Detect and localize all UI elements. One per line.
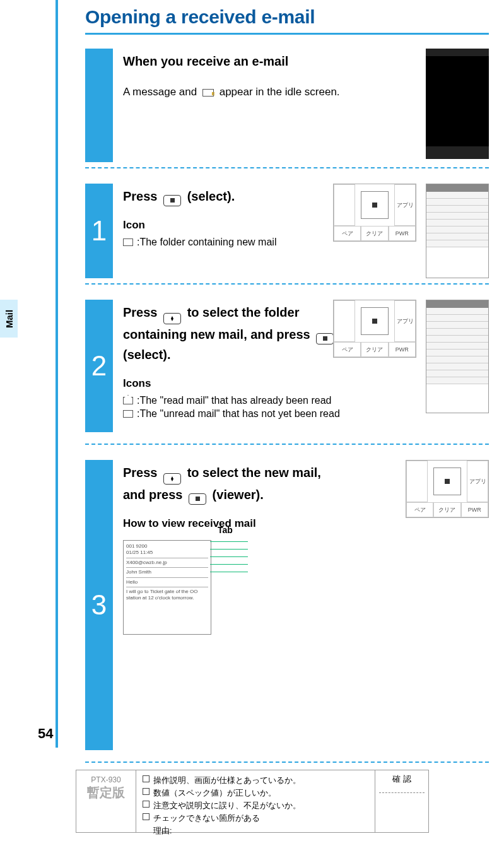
read-mail-text: :The "read mail" that has already been r…: [137, 395, 331, 406]
keypad-illustration-2: アプリ ペア クリア PWR: [333, 300, 416, 358]
keypad3-tr: アプリ: [467, 461, 488, 502]
step3-subheading: How to view received mail: [123, 517, 489, 530]
select-key-icon-2: [316, 333, 334, 344]
select-key-icon-3: [189, 493, 206, 505]
intro-section: When you receive an e-mail A message and…: [85, 49, 489, 168]
review-model-cell: PTX-930 暫定版: [76, 770, 136, 832]
step-number-2: 2: [85, 300, 113, 432]
check-text-1: 数値（スペック値）が正しいか。: [153, 787, 276, 799]
keypad-top-left: [334, 184, 355, 226]
page-title: Opening a received e-mail: [85, 6, 489, 28]
folder-new-mail-text: :The folder containing new mail: [137, 237, 276, 248]
review-box: PTX-930 暫定版 操作説明、画面が仕様とあっているか。 数値（スペック値）…: [76, 770, 429, 833]
keypad3-center: [428, 461, 467, 502]
callout-label: Tab: [218, 525, 233, 535]
check-item-0: 操作説明、画面が仕様とあっているか。: [143, 774, 368, 787]
keypad-bottom-right: PWR: [389, 226, 416, 241]
check-item-1: 数値（スペック値）が正しいか。: [143, 787, 368, 799]
checkbox-icon[interactable]: [143, 788, 149, 795]
idle-screen-shot: [426, 49, 489, 159]
keypad3-bl: ペア: [406, 502, 433, 517]
mail-preview-body: I will go to Ticket gate of the OO stati…: [126, 589, 208, 602]
page-number: 54: [38, 726, 53, 742]
step2-prefix: Press: [123, 305, 158, 319]
step1-prefix: Press: [123, 189, 158, 203]
mail-preview-line0: 001 9200: [126, 543, 208, 550]
mail-preview-line2: X400@cwzb.ne.jp: [126, 560, 208, 566]
step2-suffix: (select).: [123, 348, 171, 362]
folder-new-mail-icon: [123, 238, 133, 246]
check-text-3: チェックできない箇所がある: [153, 812, 260, 825]
step-3: 3 Press ▲▼ to select the new mail, and p…: [85, 460, 489, 763]
updown-key-icon-2: ▲▼: [163, 473, 181, 485]
read-mail-icon: [123, 397, 133, 404]
keypad-bottom-center: クリア: [361, 226, 388, 241]
keypad3-bc: クリア: [433, 502, 460, 517]
keypad2-bc: クリア: [361, 342, 388, 357]
confirm-label: 確 認: [379, 774, 425, 785]
left-rule: [56, 0, 58, 748]
unread-mail-icon: [123, 410, 133, 418]
unread-mail-text: :The "unread mail" that has not yet been…: [137, 408, 340, 420]
intro-text-suffix: appear in the idle screen.: [220, 86, 340, 98]
keypad-top-right: アプリ: [394, 184, 416, 226]
review-confirm-cell: 確 認: [375, 770, 428, 832]
mail-preview: 001 9200 01/25 11:45 X400@cwzb.ne.jp Joh…: [123, 540, 211, 635]
step-number-3: 3: [85, 460, 113, 750]
mail-preview-line1: 01/25 11:45: [126, 550, 208, 556]
keypad-bottom-left: ペア: [334, 226, 361, 241]
reason-label: 理由:: [153, 825, 368, 837]
provisional-label: 暫定版: [80, 784, 132, 801]
left-margin: Mail 54: [0, 0, 63, 757]
email-notification-icon: [202, 89, 214, 97]
check-text-2: 注意文や説明文に誤り、不足がないか。: [153, 799, 301, 812]
keypad3-tl: [406, 461, 428, 502]
intro-bar: [85, 49, 113, 162]
step-1: 1 Press (select). Icon :The folder conta…: [85, 184, 489, 285]
mail-preview-line3: John Smith: [126, 569, 208, 575]
model-code: PTX-930: [80, 775, 132, 784]
keypad2-br: PWR: [389, 342, 416, 357]
mail-list-shot: [426, 300, 489, 413]
mail-preview-wrap: 001 9200 01/25 11:45 X400@cwzb.ne.jp Joh…: [123, 534, 211, 635]
step-2-heading: Press ▲▼ to select the folder containing…: [123, 302, 337, 365]
content-area: Opening a received e-mail When you recei…: [85, 0, 489, 778]
keypad-illustration-1: アプリ ペア クリア PWR: [333, 184, 416, 242]
check-item-3: チェックできない箇所がある: [143, 812, 368, 825]
step-2: 2 Press ▲▼ to select the folder containi…: [85, 300, 489, 445]
check-text-0: 操作説明、画面が仕様とあっているか。: [153, 774, 301, 787]
keypad3-br: PWR: [461, 502, 488, 517]
step-3-heading: Press ▲▼ to select the new mail, and pre…: [123, 462, 337, 505]
mail-preview-line4: Hello: [126, 579, 208, 585]
folder-list-shot: [426, 184, 489, 278]
checkbox-icon[interactable]: [143, 775, 149, 782]
keypad2-center: [355, 300, 394, 342]
title-rule: [85, 33, 489, 35]
keypad-center: [355, 184, 394, 226]
step3-prefix: Press: [123, 466, 158, 479]
check-item-2: 注意文や説明文に誤り、不足がないか。: [143, 799, 368, 812]
select-key-icon: [163, 195, 181, 206]
keypad2-bl: ペア: [334, 342, 361, 357]
callout-lines: [210, 541, 248, 579]
step3-suffix: (viewer).: [213, 488, 264, 502]
review-checklist: 操作説明、画面が仕様とあっているか。 数値（スペック値）が正しいか。 注意文や説…: [136, 770, 375, 832]
step-number-1: 1: [85, 184, 113, 278]
keypad-illustration-3: アプリ ペア クリア PWR: [406, 460, 489, 518]
keypad2-tl: [334, 300, 355, 342]
section-tab-mail: Mail: [0, 300, 18, 338]
checkbox-icon[interactable]: [143, 813, 149, 820]
step1-suffix: (select).: [187, 189, 235, 203]
updown-key-icon: ▲▼: [163, 313, 181, 324]
keypad2-tr: アプリ: [394, 300, 416, 342]
intro-text-prefix: A message and: [123, 86, 197, 98]
checkbox-icon[interactable]: [143, 801, 149, 808]
